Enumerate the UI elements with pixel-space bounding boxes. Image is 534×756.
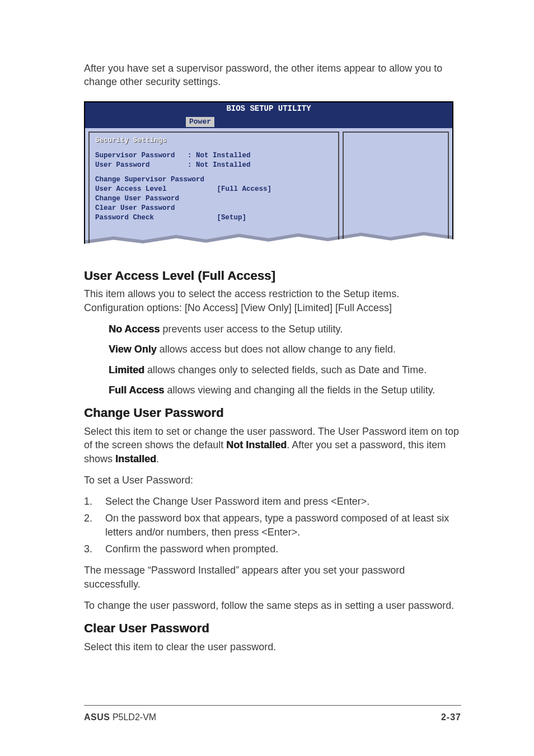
ual-no-access-text: prevents user access to the Setup utilit…: [160, 323, 343, 335]
step-number: 3.: [84, 542, 105, 556]
bios-user-access-label: User Access Level: [95, 185, 167, 193]
step-text: Select the Change User Password item and…: [105, 495, 461, 508]
bios-supervisor-value: : Not Installed: [188, 152, 251, 159]
cup-steps: 1.Select the Change User Password item a…: [84, 495, 461, 556]
step-text: On the password box that appears, type a…: [105, 511, 461, 539]
ual-full-access-text: allows viewing and changing all the fiel…: [164, 384, 435, 396]
bios-user-row: User Password : Not Installed: [95, 161, 332, 170]
footer-divider: [84, 705, 461, 706]
ual-view-only-label: View Only: [109, 344, 157, 355]
cup-p1d: Installed: [115, 453, 156, 464]
bios-supervisor-row: Supervisor Password : Not Installed: [95, 151, 332, 161]
bios-tab-power: Power: [186, 117, 214, 127]
bios-left-pane: Security Settings Supervisor Password : …: [88, 132, 339, 246]
bios-change-supervisor: Change Supervisor Password: [95, 175, 332, 185]
bios-section-title: Security Settings: [95, 136, 332, 145]
ual-full-access-label: Full Access: [109, 384, 164, 396]
ual-view-only: View Only allows access but does not all…: [109, 342, 461, 356]
footer-left: ASUS P5LD2-VM: [84, 711, 156, 724]
footer-brand: ASUS: [84, 712, 110, 722]
step-text: Confirm the password when prompted.: [105, 542, 461, 556]
bios-change-user: Change User Password: [95, 194, 332, 204]
ual-view-only-text: allows access but does not allow change …: [157, 344, 396, 355]
bios-user-access-row: User Access Level [Full Access]: [95, 185, 332, 194]
bios-title: BIOS SETUP UTILITY: [84, 101, 453, 114]
page-footer: ASUS P5LD2-VM 2-37: [84, 711, 461, 724]
ual-limited: Limited allows changes only to selected …: [109, 363, 461, 377]
bios-tab-bar: Power: [84, 114, 453, 128]
intro-paragraph: After you have set a supervisor password…: [84, 62, 461, 89]
ual-no-access: No Access prevents user access to the Se…: [109, 322, 461, 336]
cup-p4: To change the user password, follow the …: [84, 599, 461, 612]
bios-pw-check-value: [Setup]: [217, 214, 247, 222]
list-item: 1.Select the Change User Password item a…: [84, 495, 461, 508]
bios-clear-user: Clear User Password: [95, 204, 332, 213]
ual-limited-text: allows changes only to selected fields, …: [144, 364, 427, 375]
bios-user-access-value: [Full Access]: [217, 185, 272, 193]
step-number: 2.: [84, 511, 105, 539]
bios-screenshot: BIOS SETUP UTILITY Power Security Settin…: [84, 101, 453, 251]
list-item: 2.On the password box that appears, type…: [84, 511, 461, 539]
ual-no-access-label: No Access: [109, 323, 160, 335]
cup-p1b: Not Installed: [226, 439, 287, 450]
footer-model: P5LD2-VM: [110, 712, 156, 722]
cup-p3: The message “Password Installed” appears…: [84, 564, 461, 591]
heading-clear-user-password: Clear User Password: [84, 620, 461, 637]
ual-description: This item allows you to select the acces…: [84, 287, 461, 314]
clp-description: Select this item to clear the user passw…: [84, 640, 461, 654]
bios-pw-check-label: Password Check: [95, 214, 154, 222]
step-number: 1.: [84, 495, 105, 508]
footer-page-number: 2-37: [441, 711, 461, 724]
cup-p2: To set a User Password:: [84, 473, 461, 487]
bios-user-label: User Password: [95, 161, 150, 169]
bios-user-value: : Not Installed: [188, 161, 251, 169]
heading-user-access-level: User Access Level (Full Access]: [84, 267, 461, 284]
ual-options: No Access prevents user access to the Se…: [84, 322, 461, 397]
heading-change-user-password: Change User Password: [84, 405, 461, 421]
ual-limited-label: Limited: [109, 364, 144, 375]
cup-p1: Select this item to set or change the us…: [84, 425, 461, 466]
list-item: 3.Confirm the password when prompted.: [84, 542, 461, 556]
bios-supervisor-label: Supervisor Password: [95, 152, 175, 159]
bios-body: Security Settings Supervisor Password : …: [84, 128, 453, 251]
bios-right-pane: [343, 132, 449, 246]
cup-p1e: .: [156, 453, 159, 464]
bios-pw-check-row: Password Check [Setup]: [95, 213, 332, 223]
ual-full-access: Full Access allows viewing and changing …: [109, 383, 461, 397]
